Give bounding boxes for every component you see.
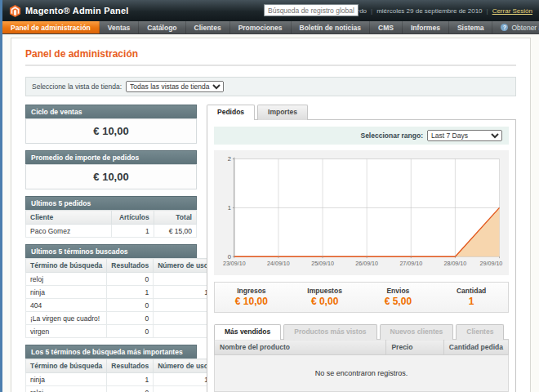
store-switcher-label: Seleccione la vista de tienda: [32, 82, 122, 91]
stat-cantidad: Cantidad 1 [434, 287, 508, 307]
table-row[interactable]: ninja110 [26, 373, 217, 386]
nav-item-sistema[interactable]: Sistema [449, 21, 493, 33]
store-view-select[interactable]: Todas las vistas de tienda [126, 81, 224, 92]
last-search-widget: Ultimos 5 términos buscados Término de b… [25, 244, 197, 338]
stat-ingresos: Ingresos € 10,00 [215, 287, 288, 307]
orders-amounts-tabs: Pedidos Importes [207, 105, 516, 119]
svg-text:0: 0 [228, 253, 231, 261]
empty-records-message: No se encontraron registros. [215, 355, 509, 392]
nav-item-informes[interactable]: Informes [403, 21, 449, 33]
svg-text:1: 1 [228, 204, 231, 212]
nav-item-dashboard[interactable]: Panel de administración [2, 21, 100, 33]
help-icon: ? [501, 24, 508, 31]
col-term: Término de búsqueda [26, 259, 107, 273]
bestsellers-grid: Nombre del producto Precio Cantidad pedi… [214, 339, 509, 392]
table-row[interactable]: ¡La virgen que cuadro!02 [26, 312, 217, 325]
orders-chart: 01223/09/1024/09/1025/09/1026/09/1027/09… [216, 153, 507, 275]
orders-chart-box: 01223/09/1024/09/1025/09/1026/09/1027/09… [214, 150, 509, 275]
global-search-input[interactable] [264, 4, 359, 16]
lifetime-sales-value: € 10,00 [25, 118, 197, 144]
nav-item-promociones[interactable]: Promociones [230, 21, 292, 33]
svg-text:2: 2 [228, 155, 231, 163]
range-bar: Seleccionar rango: Last 7 Days [214, 127, 509, 145]
nav-item-ventas[interactable]: Ventas [100, 21, 139, 33]
logout-link[interactable]: Cerrar Sesión [492, 7, 532, 15]
magento-logo-icon [9, 5, 21, 17]
svg-text:26/09/10: 26/09/10 [355, 261, 378, 267]
svg-text:27/09/10: 27/09/10 [399, 261, 422, 267]
table-row[interactable]: reloj02 [26, 386, 217, 392]
get-help-link[interactable]: ? Obtener ayuda para esta página [492, 21, 539, 33]
col-qty-ordered: Cantidad pedida [443, 340, 508, 355]
header-separator: | [487, 7, 488, 15]
order-customer: Paco Gomez [26, 225, 112, 238]
svg-text:29/09/10: 29/09/10 [480, 261, 503, 267]
order-items: 1 [111, 225, 154, 238]
col-total: Total [154, 211, 196, 225]
range-select[interactable]: Last 7 Days [427, 130, 502, 141]
title-divider [25, 65, 516, 66]
table-row[interactable]: Paco Gomez 1 € 15,00 [26, 225, 197, 238]
store-switcher: Seleccione la vista de tienda: Todas las… [25, 77, 516, 96]
header-separator: | [371, 7, 372, 15]
col-articulos: Artículos [111, 211, 154, 225]
tab-pedidos[interactable]: Pedidos [207, 105, 255, 120]
order-total: € 15,00 [154, 225, 196, 238]
sidebar-widgets: Ciclo de ventas € 10,00 Promedio de impo… [25, 105, 197, 392]
stat-impuestos: Impuestos € 0,00 [288, 287, 362, 307]
svg-text:25/09/10: 25/09/10 [311, 261, 334, 267]
svg-text:28/09/10: 28/09/10 [444, 261, 467, 267]
lifetime-sales-widget: Ciclo de ventas € 10,00 [25, 105, 197, 144]
table-row[interactable]: 40401 [26, 299, 217, 312]
tab-mas-vendidos[interactable]: Más vendidos [214, 324, 281, 340]
table-row[interactable]: virgen01 [26, 325, 217, 338]
tab-clientes[interactable]: Clientes [456, 324, 504, 340]
top-header: Magento® Admin Panel Accedió como apardo… [2, 0, 539, 21]
magento-logo: Magento® Admin Panel [9, 5, 129, 17]
svg-text:24/09/10: 24/09/10 [267, 261, 290, 267]
products-tabs: Más vendidos Productos más vistos Nuevos… [214, 324, 509, 339]
app-title: Magento® Admin Panel [25, 6, 129, 16]
table-row[interactable]: ninja110 [26, 286, 217, 299]
content-container: Panel de administración Seleccione la vi… [11, 38, 531, 392]
average-orders-value: € 10,00 [25, 164, 197, 189]
top-search-widget: Los 5 términos de búsqueda más important… [25, 345, 197, 392]
tab-productos-mas-vistos[interactable]: Productos más vistos [283, 324, 376, 340]
stat-envios: Envios € 5,00 [362, 287, 435, 307]
table-row[interactable]: reloj02 [26, 273, 217, 286]
svg-text:23/09/10: 23/09/10 [223, 261, 246, 267]
dashboard-panel: Seleccionar rango: Last 7 Days 01223/09/… [207, 119, 516, 392]
last-search-title: Ultimos 5 términos buscados [25, 244, 197, 258]
col-cliente: Cliente [26, 211, 112, 225]
current-date: miércoles 29 de septiembre de 2010 [376, 7, 482, 15]
last-orders-title: Ultimos 5 pedidos [25, 196, 197, 210]
top-search-title: Los 5 términos de búsqueda más important… [25, 345, 197, 359]
nav-item-cms[interactable]: CMS [370, 21, 403, 33]
dashboard-main: Pedidos Importes Seleccionar rango: Last… [207, 105, 516, 392]
tab-nuevos-clientes[interactable]: Nuevos clientes [380, 324, 454, 340]
nav-item-catalogo[interactable]: Catálogo [139, 21, 185, 33]
help-label: Obtener ayuda para esta página [511, 24, 539, 32]
lifetime-sales-title: Ciclo de ventas [25, 105, 197, 118]
range-label: Seleccionar rango: [360, 131, 423, 140]
last-orders-widget: Ultimos 5 pedidos Cliente Artículos Tota… [25, 196, 197, 238]
average-orders-title: Promedio de importe de pedidos [25, 150, 197, 164]
col-price: Precio [386, 340, 443, 355]
tab-importes[interactable]: Importes [257, 105, 308, 120]
main-nav: Panel de administración Ventas Catálogo … [2, 21, 539, 34]
col-results: Resultados [107, 359, 154, 373]
col-term: Término de búsqueda [26, 359, 107, 373]
col-product-name: Nombre del producto [215, 340, 386, 355]
average-orders-widget: Promedio de importe de pedidos € 10,00 [25, 150, 197, 189]
nav-item-clientes[interactable]: Clientes [186, 21, 230, 33]
totals-bar: Ingresos € 10,00 Impuestos € 0,00 Envios… [214, 282, 509, 313]
col-results: Resultados [107, 259, 154, 273]
page-title: Panel de administración [25, 48, 516, 60]
nav-item-boletin[interactable]: Boletín de noticias [292, 21, 371, 33]
